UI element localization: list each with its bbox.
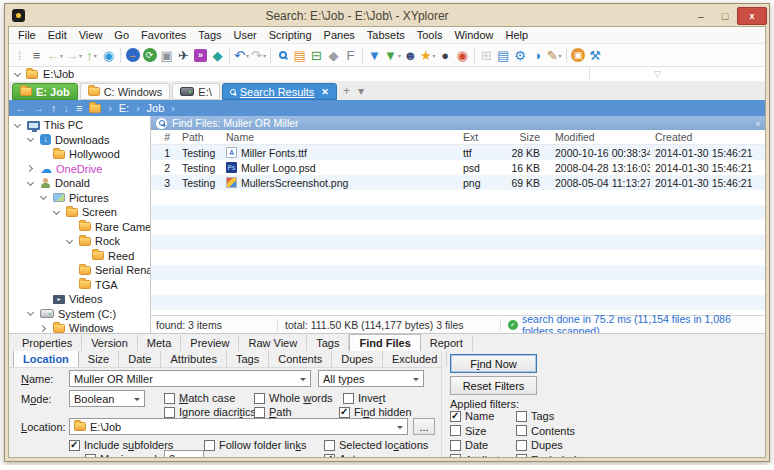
- redo-button[interactable]: ↷▾: [250, 46, 267, 65]
- breadcrumb-segment-job[interactable]: Job: [147, 102, 165, 114]
- tree-item-hollywood[interactable]: Hollywood: [9, 147, 150, 162]
- close-icon[interactable]: ✕: [321, 87, 329, 97]
- find-hidden-checkbox[interactable]: Find hidden: [339, 406, 412, 418]
- checkbox[interactable]: [254, 407, 265, 418]
- applied-filter-tags[interactable]: Tags: [516, 409, 586, 424]
- tree-item-pictures[interactable]: Pictures: [9, 191, 150, 206]
- tree-item-donald[interactable]: Donald: [9, 176, 150, 191]
- menu-scripting[interactable]: Scripting: [263, 29, 318, 41]
- tree-item-downloads[interactable]: ↓Downloads: [9, 133, 150, 148]
- tree-item-reed[interactable]: Reed: [9, 249, 150, 264]
- back-icon[interactable]: ←: [15, 103, 26, 114]
- subtab-name-location[interactable]: Name & Location: [13, 351, 79, 367]
- folder-icon[interactable]: [89, 104, 101, 113]
- panel-tab-find-files[interactable]: Find Files: [349, 334, 420, 351]
- minimize-button[interactable]: –: [689, 8, 713, 23]
- checkbox[interactable]: [516, 411, 527, 422]
- dark-mode-button[interactable]: ●: [437, 46, 454, 65]
- list-empty-area[interactable]: [151, 190, 765, 315]
- panel-tab-properties[interactable]: Properties: [13, 335, 82, 351]
- settings-badge-button[interactable]: ⚙: [512, 46, 529, 65]
- menu-help[interactable]: Help: [500, 29, 535, 41]
- toolbar-drag-handle[interactable]: ⁞: [11, 46, 28, 65]
- checkbox[interactable]: [324, 454, 335, 458]
- tree-item-windows[interactable]: Windows: [9, 321, 150, 333]
- checkbox[interactable]: [450, 425, 461, 436]
- invert-checkbox[interactable]: Invert: [343, 392, 386, 404]
- chevron-down-icon[interactable]: [14, 69, 21, 76]
- tree-expander[interactable]: [12, 124, 23, 127]
- checkbox[interactable]: [164, 393, 175, 404]
- checkbox[interactable]: [254, 393, 265, 404]
- find-now-button[interactable]: Find Now: [450, 354, 537, 373]
- tab-e-job[interactable]: E: Job: [12, 83, 78, 100]
- chevron-down-icon[interactable]: [300, 378, 306, 384]
- tree-expander[interactable]: [51, 211, 62, 214]
- bag-button[interactable]: ◆: [325, 46, 342, 65]
- back-button[interactable]: ←▾: [45, 46, 64, 65]
- forward-icon[interactable]: →: [33, 103, 44, 114]
- panel-tab-report[interactable]: Report: [421, 335, 473, 351]
- checkbox[interactable]: [450, 440, 461, 451]
- subtab-contents[interactable]: Contents: [269, 351, 332, 367]
- dropdown-arrow-icon[interactable]: ▾: [559, 52, 562, 59]
- tab-list-button[interactable]: ▾: [354, 84, 368, 98]
- mode-select[interactable]: Boolean: [69, 390, 145, 407]
- menu-view[interactable]: View: [73, 29, 109, 41]
- applied-filter-name[interactable]: Name: [450, 409, 516, 424]
- path-checkbox[interactable]: Path: [254, 406, 292, 418]
- type-select[interactable]: All types: [318, 370, 424, 387]
- file-row-muller-logo-psd[interactable]: 2TestingPsMuller Logo.psdpsd16 KB2008-04…: [151, 160, 765, 175]
- applied-filter-contents[interactable]: Contents: [516, 424, 586, 439]
- column-header-created[interactable]: Created: [650, 131, 765, 143]
- checkbox[interactable]: [69, 440, 80, 451]
- column-header-[interactable]: #: [151, 131, 177, 143]
- menu-go[interactable]: Go: [108, 29, 135, 41]
- tools-button[interactable]: ⚒: [587, 46, 604, 65]
- checkbox[interactable]: [516, 454, 527, 457]
- menu-panes[interactable]: Panes: [318, 29, 361, 41]
- hop-button[interactable]: →: [124, 46, 141, 65]
- tree-item-screen[interactable]: Screen: [9, 205, 150, 220]
- tree-item-videos[interactable]: ▸Videos: [9, 292, 150, 307]
- new-tab-button[interactable]: +: [339, 84, 354, 98]
- tree-item-onedrive[interactable]: ☁OneDrive: [9, 162, 150, 177]
- tree-item-rock[interactable]: Rock: [9, 234, 150, 249]
- close-button[interactable]: x: [737, 7, 767, 25]
- go-to-button[interactable]: ◆: [209, 46, 226, 65]
- column-header-name[interactable]: Name: [221, 131, 458, 143]
- tree-expander[interactable]: [25, 312, 36, 315]
- menu-user[interactable]: User: [228, 29, 263, 41]
- menu-window[interactable]: Window: [448, 29, 499, 41]
- down-icon[interactable]: ↓: [64, 103, 70, 114]
- paste-button[interactable]: ▤: [291, 46, 308, 65]
- file-row-miller-fonts-ttf[interactable]: 1TestingAMiller Fonts.ttfttf28 KB2000-10…: [151, 145, 765, 160]
- forward-button[interactable]: →▾: [64, 46, 83, 65]
- checkbox[interactable]: [85, 454, 96, 458]
- chevron-down-icon[interactable]: [413, 378, 419, 384]
- whole-words-checkbox[interactable]: Whole words: [254, 392, 333, 404]
- dropdown-arrow-icon[interactable]: ▾: [246, 52, 249, 59]
- menu-icon[interactable]: ≡: [76, 103, 82, 114]
- subtab-excluded[interactable]: Excluded: [383, 351, 447, 367]
- dropdown-arrow-icon[interactable]: ▾: [263, 52, 266, 59]
- tab-c-windows[interactable]: C: Windows: [80, 83, 171, 100]
- subtab-date[interactable]: Date: [119, 351, 161, 367]
- tree-item-rare-cameras[interactable]: Rare Cameras: [9, 220, 150, 235]
- tree-expander[interactable]: [38, 326, 49, 331]
- follow-folder-links-checkbox[interactable]: Follow folder links: [204, 439, 306, 451]
- ball-button[interactable]: ◉: [454, 46, 471, 65]
- file-row-mullersscreenshot-png[interactable]: 3TestingMullersScreenshot.pngpng69 KB200…: [151, 175, 765, 190]
- selected-locations-checkbox[interactable]: Selected locations: [324, 439, 428, 451]
- refresh-button[interactable]: ⟳: [141, 46, 158, 65]
- applied-filter-attributes[interactable]: Attributes: [450, 453, 516, 458]
- dropdown-arrow-icon[interactable]: ▾: [94, 52, 97, 59]
- checkbox[interactable]: [516, 440, 527, 451]
- checkbox[interactable]: [164, 407, 175, 418]
- tree-expander[interactable]: [38, 196, 49, 199]
- menu-button[interactable]: ≡: [28, 46, 45, 65]
- up-button[interactable]: ↑▾: [83, 46, 100, 65]
- send-to-button[interactable]: ✈: [175, 46, 192, 65]
- location-pin-button[interactable]: ◉: [100, 46, 117, 65]
- tree-expander[interactable]: [64, 240, 75, 243]
